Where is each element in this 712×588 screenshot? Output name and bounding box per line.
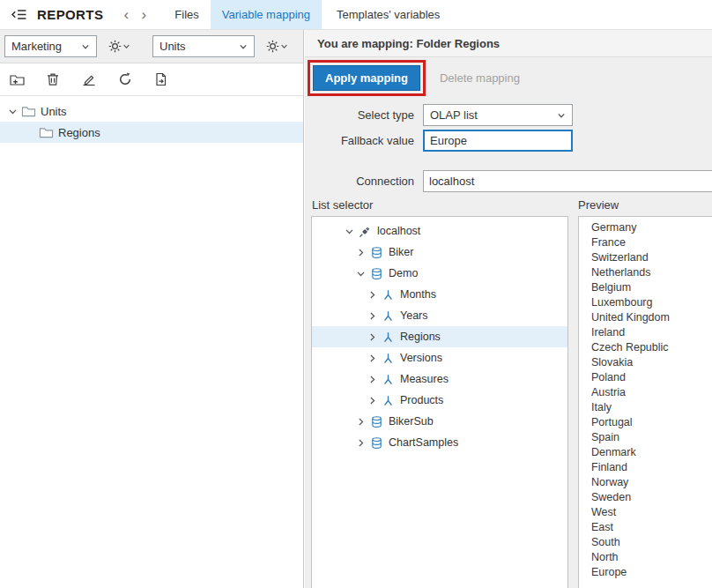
tree-item-biker[interactable]: Biker — [312, 242, 567, 263]
select-type-dropdown[interactable]: OLAP list — [423, 104, 573, 126]
tree-item-demo[interactable]: Demo — [312, 263, 567, 284]
preview-item[interactable]: Finland — [579, 460, 712, 475]
new-folder-icon — [9, 72, 26, 87]
chevron-right-icon[interactable] — [353, 414, 367, 428]
database-icon — [369, 414, 384, 429]
tree-item-months[interactable]: Months — [312, 284, 567, 305]
preview-item[interactable]: East — [579, 520, 712, 535]
chevron-down-icon — [557, 111, 566, 120]
chevron-down-icon[interactable] — [5, 104, 19, 118]
preview-item[interactable]: United Kingdom — [579, 310, 712, 325]
preview-item[interactable]: South — [579, 535, 712, 550]
preview-list: GermanyFranceSwitzerlandNetherlandsBelgi… — [578, 216, 712, 588]
report-category-value: Marketing — [11, 40, 62, 53]
preview-item[interactable]: Austria — [579, 385, 712, 400]
tree-item-localhost[interactable]: localhost — [312, 220, 567, 242]
delete-button[interactable] — [42, 69, 63, 90]
tree-item-versions[interactable]: Versions — [312, 347, 567, 368]
preview-item[interactable]: Portugal — [579, 415, 712, 430]
chevron-down-icon[interactable] — [353, 266, 367, 280]
preview-item[interactable]: Poland — [579, 370, 712, 385]
fallback-value-input[interactable] — [423, 130, 573, 152]
report-settings-button[interactable] — [105, 37, 133, 56]
edit-icon — [81, 71, 97, 87]
preview-item[interactable]: West — [579, 505, 712, 520]
delete-mapping-button[interactable]: Delete mapping — [440, 71, 520, 85]
gear-icon — [265, 39, 280, 54]
new-folder-button[interactable] — [6, 69, 27, 90]
select-type-value: OLAP list — [430, 108, 478, 122]
apply-mapping-button[interactable]: Apply mapping — [313, 65, 420, 91]
preview-item[interactable]: Sweden — [579, 490, 712, 505]
edit-button[interactable] — [78, 69, 100, 90]
chevron-right-icon[interactable] — [365, 393, 379, 407]
tree-item-label: Regions — [58, 126, 100, 139]
preview-item[interactable]: Europe — [579, 565, 712, 580]
item-type-select[interactable]: Units — [152, 35, 255, 57]
database-icon — [369, 245, 384, 260]
tree-item-label: BikerSub — [389, 415, 434, 428]
list-selector-tree: localhostBikerDemoMonthsYearsRegionsVers… — [311, 216, 568, 588]
dimension-icon — [381, 351, 396, 366]
tab-templates-variables[interactable]: Templates' variables — [325, 0, 451, 29]
item-type-value: Units — [159, 40, 186, 53]
folder-icon — [21, 104, 36, 119]
tab-variable-mapping[interactable]: Variable mapping — [211, 0, 322, 29]
dimension-icon — [381, 372, 396, 387]
forward-button[interactable]: › — [135, 4, 152, 26]
tree-item-regions[interactable]: Regions — [0, 122, 303, 143]
tree-item-units[interactable]: Units — [0, 100, 303, 122]
fallback-value-row: Fallback value — [305, 130, 573, 152]
chevron-right-icon[interactable] — [353, 435, 367, 450]
preview-item[interactable]: Slovakia — [579, 355, 712, 370]
chevron-right-icon[interactable] — [365, 330, 379, 344]
tree-item-years[interactable]: Years — [312, 305, 567, 326]
chevron-right-icon[interactable] — [353, 245, 367, 259]
tree-item-label: Units — [41, 105, 67, 118]
chevron-right-icon[interactable] — [365, 287, 379, 301]
item-settings-button[interactable] — [263, 37, 291, 56]
tree-item-regions[interactable]: Regions — [312, 326, 567, 347]
preview-item[interactable]: North — [579, 550, 712, 565]
sidebar-selects-row: Marketing Units — [0, 30, 303, 63]
preview-item[interactable]: Italy — [579, 400, 712, 415]
preview-item[interactable]: Belgium — [579, 280, 712, 295]
connection-input[interactable] — [423, 170, 712, 192]
chevron-right-icon[interactable] — [365, 309, 379, 323]
preview-item[interactable]: Netherlands — [579, 265, 712, 280]
tree-item-products[interactable]: Products — [312, 390, 567, 411]
preview-item[interactable]: Czech Republic — [579, 340, 712, 355]
collapse-sidebar-button[interactable] — [7, 4, 30, 26]
chevron-down-icon[interactable] — [342, 224, 356, 238]
preview-item[interactable]: Luxembourg — [579, 295, 712, 310]
chevron-down-icon — [122, 42, 130, 50]
folders-tree: UnitsRegions — [0, 96, 303, 143]
preview-item[interactable]: Denmark — [579, 445, 712, 460]
tree-item-label: ChartSamples — [389, 436, 458, 449]
chevron-right-icon[interactable] — [365, 351, 379, 365]
export-button[interactable] — [151, 69, 172, 90]
tree-item-chartsamples[interactable]: ChartSamples — [312, 432, 567, 453]
chevron-right-icon[interactable] — [365, 372, 379, 386]
tree-item-label: Years — [400, 309, 428, 322]
preview-item[interactable]: Ireland — [579, 325, 712, 340]
tree-item-measures[interactable]: Measures — [312, 368, 567, 390]
preview-item[interactable]: Germany — [579, 220, 712, 235]
preview-item[interactable]: Switzerland — [579, 250, 712, 265]
chevron-down-icon — [81, 42, 90, 51]
annotation-highlight: Apply mapping — [308, 60, 426, 96]
preview-item[interactable]: Norway — [579, 475, 712, 490]
mapping-actions-row: Apply mapping Delete mapping — [305, 58, 712, 97]
dimension-icon — [381, 287, 396, 302]
tab-files[interactable]: Files — [163, 0, 210, 29]
app-title: REPORTS — [37, 7, 103, 22]
top-bar: REPORTS ‹ › Files Variable mapping Templ… — [0, 0, 712, 30]
gear-icon — [108, 39, 122, 54]
preview-item[interactable]: Spain — [579, 430, 712, 445]
tree-item-bikersub[interactable]: BikerSub — [312, 411, 567, 432]
back-button[interactable]: ‹ — [117, 4, 135, 26]
report-category-select[interactable]: Marketing — [4, 35, 97, 57]
preview-item[interactable]: France — [579, 235, 712, 250]
export-icon — [153, 71, 169, 87]
refresh-button[interactable] — [115, 69, 136, 90]
